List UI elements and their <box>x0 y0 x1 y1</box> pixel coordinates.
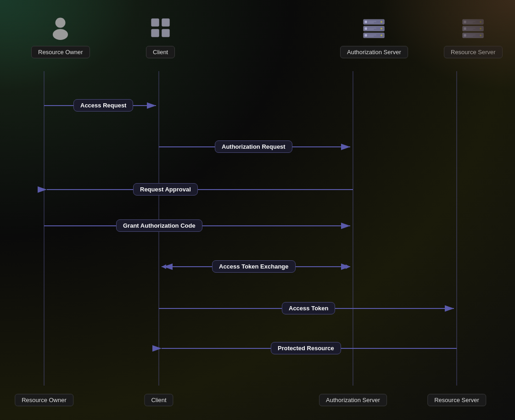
message-request-approval-label: Request Approval <box>133 183 198 196</box>
person-icon <box>47 14 74 41</box>
actor-client-bottom: Client <box>144 394 173 406</box>
actor-resource-owner-bottom: Resource Owner <box>15 394 73 406</box>
actor-resource-server-top-label: Resource Server <box>444 46 503 58</box>
message-request-approval: Request Approval <box>133 183 198 196</box>
message-access-request-label: Access Request <box>73 99 133 112</box>
message-authorization-request-label: Authorization Request <box>215 140 292 153</box>
message-access-token-exchange-label: Access Token Exchange <box>212 260 296 273</box>
server-icon-resource <box>459 14 487 41</box>
lifeline-resource-server <box>457 71 457 386</box>
lifeline-resource-owner <box>44 71 45 386</box>
message-grant-auth-code-label: Grant Authorization Code <box>116 219 202 232</box>
actor-resource-server-top: Resource Server <box>444 14 503 58</box>
message-access-token: Access Token <box>282 302 335 314</box>
svg-rect-14 <box>368 29 374 30</box>
svg-rect-17 <box>365 34 368 37</box>
svg-rect-5 <box>162 29 169 37</box>
svg-rect-19 <box>368 35 374 36</box>
server-icon-auth <box>360 14 388 41</box>
svg-rect-18 <box>368 34 376 35</box>
actor-resource-owner-top: Resource Owner <box>31 14 90 58</box>
svg-rect-4 <box>151 29 159 37</box>
svg-point-0 <box>56 17 66 28</box>
svg-point-30 <box>480 28 481 29</box>
svg-rect-27 <box>464 27 467 29</box>
actor-auth-server-top: Authorization Server <box>340 14 408 58</box>
svg-point-15 <box>381 28 383 29</box>
svg-rect-28 <box>467 28 476 28</box>
lifeline-auth-server <box>353 71 353 386</box>
message-grant-auth-code: Grant Authorization Code <box>116 219 202 232</box>
svg-rect-7 <box>365 20 368 22</box>
actor-resource-server-bottom: Resource Server <box>427 394 486 406</box>
svg-rect-32 <box>464 34 467 37</box>
message-access-token-exchange: Access Token Exchange <box>212 260 296 273</box>
svg-point-1 <box>53 29 68 40</box>
message-authorization-request: Authorization Request <box>215 140 292 153</box>
svg-rect-8 <box>368 21 376 22</box>
svg-point-35 <box>480 34 481 36</box>
svg-rect-34 <box>467 35 473 36</box>
svg-rect-3 <box>162 18 169 26</box>
svg-marker-45 <box>162 264 166 269</box>
actor-client-top-label: Client <box>146 46 175 58</box>
svg-rect-33 <box>467 34 476 35</box>
actor-auth-server-top-label: Authorization Server <box>340 46 408 58</box>
svg-rect-23 <box>467 21 476 22</box>
message-protected-resource: Protected Resource <box>271 342 341 354</box>
svg-rect-24 <box>467 22 473 23</box>
sequence-diagram: Resource Owner Client <box>0 0 515 420</box>
app-icon <box>147 14 174 41</box>
svg-rect-2 <box>151 18 159 26</box>
svg-rect-12 <box>365 27 368 29</box>
message-protected-resource-label: Protected Resource <box>271 342 341 354</box>
actor-client-top: Client <box>146 14 175 58</box>
svg-rect-29 <box>467 29 473 30</box>
message-access-token-label: Access Token <box>282 302 335 314</box>
svg-rect-22 <box>464 20 467 22</box>
actor-resource-owner-top-label: Resource Owner <box>31 46 90 58</box>
arrows-svg <box>0 0 515 420</box>
svg-point-20 <box>381 34 383 36</box>
svg-point-25 <box>480 21 481 22</box>
message-access-request: Access Request <box>73 99 133 112</box>
svg-rect-9 <box>368 22 374 23</box>
svg-point-10 <box>381 21 383 22</box>
actor-auth-server-bottom: Authorization Server <box>319 394 387 406</box>
svg-marker-46 <box>346 264 350 269</box>
svg-rect-13 <box>368 28 376 28</box>
